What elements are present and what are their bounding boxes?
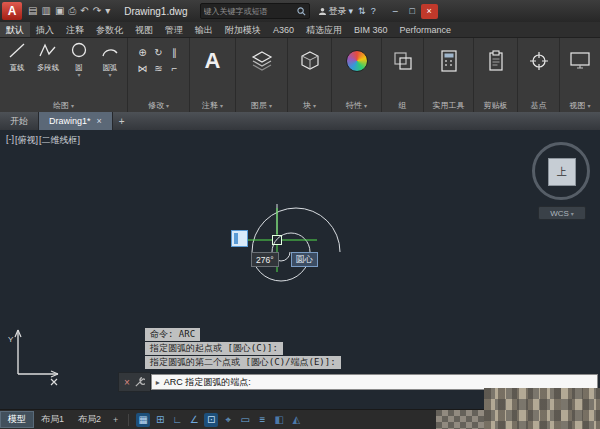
ribbon-tab-manage[interactable]: 管理 [159, 22, 189, 37]
layout2-tab[interactable]: 布局2 [71, 412, 108, 427]
line-tool-button[interactable]: 直线 [2, 41, 33, 77]
command-history-line: 命令: ARC [145, 328, 200, 341]
command-close-icon[interactable]: × [124, 377, 130, 388]
a360-sync-icon[interactable]: ⇅ [358, 6, 366, 16]
signin-button[interactable]: 登录 ▾ [318, 5, 354, 18]
arc-tool-button[interactable]: 圆弧 ▾ [95, 41, 126, 77]
undo-icon[interactable]: ↶ [80, 6, 88, 16]
panel-block-expand-icon[interactable]: ▾ [313, 103, 316, 109]
minimize-button[interactable]: – [387, 4, 404, 19]
dyninput-angle-field: 276° [251, 252, 279, 267]
redo-icon[interactable]: ↷ [93, 6, 101, 16]
move-icon[interactable]: ⊕ [138, 47, 146, 58]
panel-properties-expand-icon[interactable]: ▾ [364, 103, 367, 109]
ribbon-tab-parametric[interactable]: 参数化 [90, 22, 129, 37]
panel-view-label[interactable]: 视图 ▾ [560, 100, 600, 111]
file-tab-drawing1[interactable]: Drawing1* × [39, 112, 113, 130]
command-history-line: 指定圆弧的第二个点或 [圆心(C)/端点(E)]: [145, 356, 341, 369]
panel-layers-label[interactable]: 图层 ▾ [236, 100, 287, 111]
panel-properties-label[interactable]: 特性 ▾ [332, 100, 381, 111]
annotation-scale-icon[interactable]: ◭ [289, 413, 303, 427]
svg-text:Y: Y [8, 335, 14, 344]
panel-clipboard: 剪贴板 [474, 38, 518, 112]
monitor-icon[interactable] [569, 51, 591, 71]
panel-utilities-label[interactable]: 实用工具 [424, 100, 473, 111]
panel-block-label[interactable]: 块 ▾ [288, 100, 331, 111]
new-drawing-tab-button[interactable]: + [113, 112, 131, 130]
basepoint-icon[interactable] [528, 50, 550, 72]
close-button[interactable]: × [421, 4, 438, 19]
ribbon-tab-performance[interactable]: Performance [394, 22, 458, 37]
panel-modify-expand-icon[interactable]: ▾ [166, 103, 169, 109]
block-icon[interactable] [298, 49, 322, 73]
drawing-canvas[interactable]: [-] [俯视] [二维线框] 上 WCS ▾ 276° 圆心 [0, 130, 600, 429]
help-icon[interactable]: ? [371, 6, 376, 16]
signin-dropdown-icon[interactable]: ▾ [349, 6, 354, 16]
search-icon[interactable] [297, 7, 306, 16]
clipboard-icon[interactable] [486, 49, 506, 73]
panel-clipboard-label[interactable]: 剪贴板 [474, 100, 517, 111]
copy-icon[interactable]: ∥ [172, 47, 177, 58]
grid-toggle-icon[interactable]: ▦ [136, 413, 150, 427]
ribbon-tab-bim360[interactable]: BIM 360 [348, 22, 394, 37]
text-style-icon[interactable]: A [205, 50, 221, 72]
ribbon-tab-addins[interactable]: 附加模块 [219, 22, 267, 37]
open-file-icon[interactable]: ▥ [41, 6, 50, 16]
ribbon-tab-home[interactable]: 默认 [0, 22, 30, 37]
rotate-icon[interactable]: ↻ [154, 47, 162, 58]
otrack-toggle-icon[interactable]: ⌖ [221, 413, 235, 427]
calculator-icon[interactable] [439, 49, 459, 73]
help-search-input[interactable]: 键入关键字或短语 [200, 3, 310, 19]
panel-draw-label[interactable]: 绘图 ▾ [0, 100, 127, 111]
maximize-button[interactable]: □ [404, 4, 421, 19]
group-icon[interactable] [392, 50, 414, 72]
polar-toggle-icon[interactable]: ∠ [187, 413, 201, 427]
panel-modify: ⊕ ↻ ∥ ⋈ ≋ ⌐ 修改 ▾ [128, 38, 190, 112]
mirror-icon[interactable]: ⋈ [138, 63, 148, 74]
qat-dropdown-icon[interactable]: ▾ [105, 6, 110, 16]
panel-annotate-expand-icon[interactable]: ▾ [220, 103, 223, 109]
save-icon[interactable]: ▣ [55, 6, 64, 16]
lineweight-toggle-icon[interactable]: ≡ [255, 413, 269, 427]
ortho-toggle-icon[interactable]: ∟ [170, 413, 184, 427]
dyninput-glyph [231, 230, 248, 247]
customize-wrench-icon[interactable] [134, 377, 145, 388]
window-controls: – □ × [387, 4, 438, 19]
properties-colorwheel-icon[interactable] [346, 50, 368, 72]
application-menu-button[interactable]: A [2, 2, 22, 20]
osnap-toggle-icon[interactable]: ⊡ [204, 413, 218, 427]
isolate-objects-icon[interactable]: ◧ [272, 413, 286, 427]
layout1-tab[interactable]: 布局1 [34, 412, 71, 427]
panel-annotate-label[interactable]: 注释 ▾ [190, 100, 235, 111]
ribbon-tab-insert[interactable]: 插入 [30, 22, 60, 37]
layers-icon[interactable] [250, 49, 274, 73]
panel-layers-expand-icon[interactable]: ▾ [269, 103, 272, 109]
dyninput-toggle-icon[interactable]: ▭ [238, 413, 252, 427]
ribbon-tab-view[interactable]: 视图 [129, 22, 159, 37]
panel-view-expand-icon[interactable]: ▾ [588, 103, 591, 109]
ribbon-tab-a360[interactable]: A360 [267, 22, 300, 37]
model-tab[interactable]: 模型 [0, 411, 34, 428]
circle-tool-label: 圆 [75, 62, 82, 72]
file-tab-close-icon[interactable]: × [97, 116, 102, 126]
ribbon-tab-annotate[interactable]: 注释 [60, 22, 90, 37]
new-file-icon[interactable]: ▤ [28, 6, 37, 16]
panel-draw-expand-icon[interactable]: ▾ [71, 103, 74, 109]
panel-modify-label[interactable]: 修改 ▾ [128, 100, 189, 111]
snap-toggle-icon[interactable]: ⊞ [153, 413, 167, 427]
panel-draw: 直线 多段线 圆 ▾ 圆弧 ▾ [0, 38, 128, 112]
circle-tool-button[interactable]: 圆 ▾ [64, 41, 95, 77]
print-icon[interactable]: ⎙ [68, 6, 76, 16]
ribbon-tab-output[interactable]: 输出 [189, 22, 219, 37]
ribbon-tab-featured-apps[interactable]: 精选应用 [300, 22, 348, 37]
panel-basepoint-label[interactable]: 基点 [518, 100, 559, 111]
polyline-tool-button[interactable]: 多段线 [33, 41, 64, 77]
new-layout-button[interactable]: + [108, 415, 123, 425]
erase-icon[interactable]: ⌐ [172, 63, 178, 74]
command-history-line: 指定圆弧的起点或 [圆心(C)]: [145, 342, 283, 355]
file-tab-start[interactable]: 开始 [0, 112, 39, 130]
arc-flyout-icon[interactable]: ▾ [108, 73, 111, 77]
circle-flyout-icon[interactable]: ▾ [77, 73, 80, 77]
offset-icon[interactable]: ≋ [154, 63, 162, 74]
panel-group-label[interactable]: 组 [382, 100, 423, 111]
